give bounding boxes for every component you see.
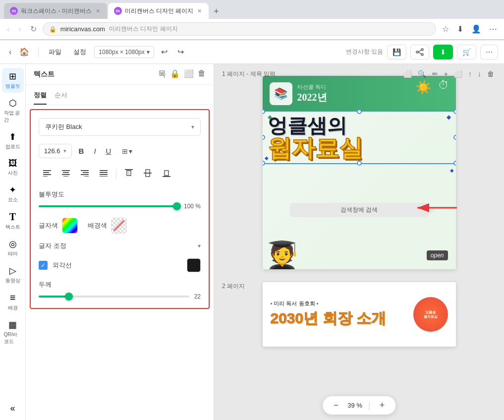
- page1-duplicate-icon[interactable]: ⬜: [452, 69, 464, 79]
- font-size-selector[interactable]: 126.6 ▾: [39, 144, 72, 158]
- opacity-slider-thumb[interactable]: [173, 202, 181, 210]
- valign-top-button[interactable]: [120, 166, 137, 182]
- new-tab-button[interactable]: +: [210, 4, 223, 19]
- tab-active-2[interactable]: m 미리캔버스 디자인 페이지 ✕: [108, 3, 209, 19]
- tab2-icon: m: [114, 7, 122, 15]
- nav-back-button[interactable]: ‹: [4, 23, 12, 36]
- element-label: 요소: [8, 196, 18, 203]
- text-color-swatch[interactable]: [62, 218, 78, 234]
- outline-checkbox[interactable]: [39, 261, 48, 270]
- app-back-button[interactable]: ‹: [6, 46, 14, 59]
- zoom-in-button[interactable]: +: [377, 399, 388, 412]
- sidebar-item-upload[interactable]: ⬆ 업로드: [2, 128, 24, 153]
- tab-inactive-1[interactable]: m 워크스페이스 - 미리캔버스 ✕: [4, 3, 107, 19]
- canvas-size-selector[interactable]: 1080px × 1080px ▾: [94, 46, 154, 58]
- cart-button[interactable]: 🛒: [457, 45, 476, 60]
- download-button[interactable]: ⬇: [433, 45, 453, 60]
- thickness-value: 22: [194, 293, 201, 300]
- sidebar-icons: ⊞ 템플릿 ⬡ 작업 공간 ⬆ 업로드 🖼 사진 ✦ 요소 T 텍스트 ◎ 테마…: [0, 64, 26, 420]
- page1-up-icon[interactable]: ↑: [466, 69, 474, 79]
- nav-forward-button[interactable]: ›: [15, 23, 24, 36]
- sidebar-item-element[interactable]: ✦ 요소: [2, 181, 24, 206]
- align-center-button[interactable]: [57, 167, 74, 181]
- share-button[interactable]: [410, 45, 429, 60]
- nav-more-button[interactable]: ⋯: [486, 22, 500, 36]
- sidebar-item-bg[interactable]: ≡ 배경: [2, 289, 24, 314]
- nav-bookmark-button[interactable]: ☆: [439, 22, 452, 36]
- photo-icon: 🖼: [8, 158, 17, 169]
- page1-add-icon[interactable]: +: [442, 69, 450, 79]
- svg-line-3: [418, 50, 421, 52]
- sidebar-item-template[interactable]: ⊞ 템플릿: [2, 68, 24, 93]
- underline-button[interactable]: U: [103, 145, 114, 157]
- page1-delete-icon[interactable]: 🗑: [485, 69, 496, 79]
- svg-point-1: [421, 54, 423, 56]
- tab1-icon: m: [10, 7, 18, 15]
- undo-button[interactable]: ↩: [158, 45, 170, 59]
- handle-bm: [357, 161, 362, 166]
- text-label: 텍스트: [5, 224, 20, 231]
- sidebar-collapse-button[interactable]: «: [2, 400, 24, 417]
- align-left-button[interactable]: [39, 167, 56, 181]
- zoom-out-button[interactable]: −: [331, 399, 342, 412]
- outline-color-swatch[interactable]: [187, 258, 201, 272]
- thickness-slider-thumb[interactable]: [65, 293, 73, 300]
- canvas-page-2[interactable]: • 미리 독서 동호회 • 2030년 회장 소개 엉클샘웝자료실: [263, 282, 456, 347]
- nav-actions: ☆ ⬇ 👤 ⋯: [439, 22, 500, 36]
- valign-top-icon: [124, 169, 133, 178]
- delete-icon[interactable]: 🗑: [198, 69, 206, 79]
- italic-button[interactable]: I: [91, 145, 99, 157]
- app-home-button[interactable]: 🏠: [16, 45, 32, 59]
- page1-edit-icon[interactable]: ✏: [430, 69, 440, 79]
- thickness-slider[interactable]: [39, 296, 189, 298]
- page1-copy-icon[interactable]: ⬜: [401, 69, 414, 79]
- nav-download-status-button[interactable]: ⬇: [454, 22, 466, 36]
- text-format-icon[interactable]: 목: [158, 69, 166, 79]
- svg-rect-27: [165, 171, 168, 176]
- text-adjust-section[interactable]: 글자 조정 ▾: [39, 241, 201, 250]
- valign-middle-button[interactable]: [139, 166, 156, 182]
- save-button[interactable]: 💾: [387, 45, 406, 60]
- text-adjust-arrow-icon: ▾: [198, 242, 201, 249]
- more-style-arrow-icon: ▾: [129, 147, 132, 155]
- sidebar-item-photo[interactable]: 🖼 사진: [2, 155, 24, 180]
- sidebar-item-qr[interactable]: ▦ QR/바코드: [2, 316, 24, 348]
- tab-align[interactable]: 정렬: [34, 89, 47, 105]
- valign-bottom-button[interactable]: [158, 166, 175, 182]
- font-selector[interactable]: 쿠키런 Black ▾: [39, 118, 201, 136]
- align-right-button[interactable]: [76, 167, 93, 181]
- more-options-button[interactable]: ⋯: [480, 45, 498, 60]
- lock-icon[interactable]: 🔒: [170, 69, 180, 79]
- sidebar-item-text[interactable]: T 텍스트: [2, 208, 24, 234]
- page1-label-bar: 1 페이지 - 제목 입력 ⬜ 🔍 ✏ + ⬜ ↑ ↓ 🗑: [222, 69, 496, 79]
- page1-search-icon[interactable]: 🔍: [416, 69, 428, 79]
- open-badge: open: [427, 250, 448, 260]
- theme-label: 테마: [8, 250, 18, 257]
- text-color-label: 글자색: [39, 221, 58, 230]
- tab-order[interactable]: 순서: [55, 89, 67, 105]
- address-bar[interactable]: 🔒 miricanvas.com 미리캔버스 디자인 페이지: [43, 22, 436, 36]
- redo-button[interactable]: ↪: [174, 45, 187, 59]
- page1-down-icon[interactable]: ↓: [476, 69, 483, 79]
- sidebar-item-theme[interactable]: ◎ 테마: [2, 236, 24, 260]
- opacity-slider[interactable]: [39, 205, 179, 207]
- photo-label: 사진: [8, 170, 18, 177]
- opacity-label: 불투명도: [39, 190, 201, 199]
- bg-color-swatch[interactable]: [111, 218, 127, 234]
- copy-icon[interactable]: ⬜: [184, 69, 194, 79]
- sidebar-item-video[interactable]: ▷ 동영상: [2, 262, 24, 287]
- nav-profile-button[interactable]: 👤: [468, 22, 484, 36]
- sidebar-item-workspace[interactable]: ⬡ 작업 공간: [2, 95, 24, 126]
- canvas-page-1[interactable]: 📚 타선쿨 독디 2022년 ☀️ ⏱ ◆ ◆: [263, 76, 456, 269]
- bold-button[interactable]: B: [76, 145, 87, 157]
- align-justify-button[interactable]: [95, 167, 112, 181]
- page2-subtitle: • 미리 독서 동호회 •: [271, 300, 407, 307]
- tab2-close[interactable]: ✕: [196, 8, 203, 14]
- font-name-label: 쿠키런 Black: [45, 122, 82, 131]
- file-menu-button[interactable]: 파일: [45, 46, 65, 59]
- more-style-button[interactable]: ⊞ ▾: [118, 145, 136, 157]
- settings-menu-button[interactable]: 설정: [69, 46, 90, 59]
- tab1-close[interactable]: ✕: [95, 8, 101, 14]
- nav-refresh-button[interactable]: ↻: [27, 22, 40, 36]
- font-size-value: 126.6: [44, 147, 60, 155]
